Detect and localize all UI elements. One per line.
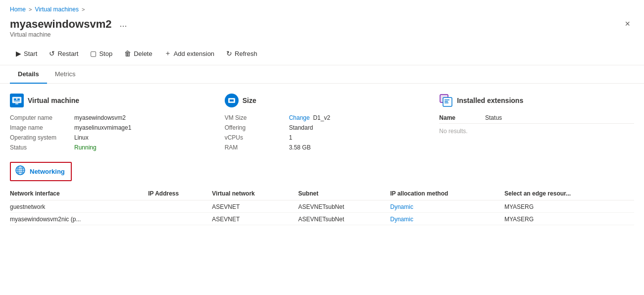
- net-interface-1: myasewindowsvm2nic (p...: [10, 213, 148, 225]
- ellipsis-button[interactable]: ...: [116, 18, 130, 30]
- svg-rect-13: [445, 99, 449, 100]
- vm-computer-name-value: myasewindowsvm2: [74, 114, 126, 121]
- tab-details[interactable]: Details: [10, 65, 47, 84]
- size-icon: [225, 94, 239, 107]
- net-ip-0: [148, 200, 212, 213]
- vm-os-value: Linux: [74, 134, 89, 141]
- start-label: Start: [24, 50, 37, 57]
- stop-icon: ▢: [90, 49, 97, 57]
- extensions-section: Installed extensions Name Status No resu…: [439, 94, 634, 154]
- vm-image-name-row: Image name myaselinuxvmimage1: [10, 124, 205, 131]
- size-offering-value: Standard: [289, 124, 313, 131]
- toolbar: ▶ Start ↺ Restart ▢ Stop 🗑 Delete ＋ Add …: [0, 42, 644, 65]
- size-ram-row: RAM 3.58 GB: [225, 144, 420, 151]
- vm-section-icon: [10, 94, 24, 107]
- size-section-icon: [225, 94, 239, 107]
- size-change-link[interactable]: Change: [289, 114, 310, 121]
- net-allocation-0: Dynamic: [390, 200, 504, 213]
- vm-status-label: Status: [10, 144, 69, 151]
- extensions-svg-icon: [439, 94, 453, 107]
- start-icon: ▶: [16, 49, 21, 57]
- size-section-title: Size: [243, 97, 256, 104]
- breadcrumb-sep1: >: [29, 6, 32, 12]
- svg-rect-1: [12, 97, 21, 103]
- networking-svg-icon: [15, 165, 26, 176]
- net-ip-1: [148, 213, 212, 225]
- vm-os-label: Operating system: [10, 134, 69, 141]
- net-subnet-1: ASEVNETsubNet: [298, 213, 391, 225]
- extensions-icon: [439, 94, 453, 107]
- networking-col-resource: Select an edge resour...: [504, 188, 634, 200]
- svg-rect-9: [230, 99, 234, 101]
- size-vcpus-label: vCPUs: [225, 134, 284, 141]
- size-section-header: Size: [225, 94, 420, 107]
- stop-button[interactable]: ▢ Stop: [84, 47, 118, 60]
- networking-icon: [15, 165, 26, 178]
- vm-section-header: Virtual machine: [10, 94, 205, 107]
- svg-rect-6: [15, 103, 18, 104]
- networking-col-interface: Network interface: [10, 188, 148, 200]
- networking-row: myasewindowsvm2nic (p... ASEVNET ASEVNET…: [10, 213, 634, 225]
- size-vmsize-value: Change D1_v2: [289, 114, 330, 121]
- svg-rect-5: [14, 100, 20, 101]
- size-vmsize-label: VM Size: [225, 114, 284, 121]
- page-title: myasewindowsvm2: [10, 18, 111, 31]
- restart-button[interactable]: ↺ Restart: [43, 47, 84, 60]
- vm-computer-name-row: Computer name myasewindowsvm2: [10, 114, 205, 121]
- tabs-bar: Details Metrics: [0, 65, 644, 84]
- breadcrumb-vms[interactable]: Virtual machines: [35, 6, 79, 13]
- networking-table-header-row: Network interface IP Address Virtual net…: [10, 188, 634, 200]
- networking-header-box[interactable]: Networking: [10, 162, 72, 181]
- networking-col-allocation: IP allocation method: [390, 188, 504, 200]
- svg-rect-12: [443, 98, 452, 106]
- tab-metrics[interactable]: Metrics: [47, 65, 84, 84]
- extensions-no-results: No results.: [439, 128, 634, 135]
- vm-details: Computer name myasewindowsvm2 Image name…: [10, 114, 205, 151]
- net-resource-0: MYASERG: [504, 200, 634, 213]
- restart-label: Restart: [57, 50, 78, 57]
- vm-section-title: Virtual machine: [28, 97, 79, 104]
- delete-icon: 🗑: [124, 49, 131, 57]
- refresh-button[interactable]: ↻ Refresh: [220, 47, 263, 60]
- extensions-table-header: Name Status: [439, 114, 634, 121]
- size-ram-value: 3.58 GB: [289, 144, 311, 151]
- add-extension-label: Add extension: [174, 50, 214, 57]
- net-subnet-0: ASEVNETsubNet: [298, 200, 391, 213]
- vm-status-value: Running: [74, 144, 97, 151]
- size-ram-label: RAM: [225, 144, 284, 151]
- networking-col-ip: IP Address: [148, 188, 212, 200]
- networking-col-subnet: Subnet: [298, 188, 391, 200]
- restart-icon: ↺: [49, 49, 55, 57]
- net-vnet-0: ASEVNET: [212, 200, 298, 213]
- networking-table: Network interface IP Address Virtual net…: [10, 188, 634, 225]
- net-allocation-1: Dynamic: [390, 213, 504, 225]
- vm-image-name-label: Image name: [10, 124, 69, 131]
- networking-row: guestnetwork ASEVNET ASEVNETsubNet Dynam…: [10, 200, 634, 213]
- delete-button[interactable]: 🗑 Delete: [118, 47, 158, 60]
- virtual-machine-section: Virtual machine Computer name myasewindo…: [10, 94, 205, 154]
- refresh-label: Refresh: [235, 50, 257, 57]
- sections-row: Virtual machine Computer name myasewindo…: [10, 94, 634, 154]
- vm-computer-name-label: Computer name: [10, 114, 69, 121]
- add-extension-icon: ＋: [164, 49, 171, 58]
- page-subtitle: Virtual machine: [0, 31, 644, 42]
- net-interface-0: guestnetwork: [10, 200, 148, 213]
- refresh-icon: ↻: [226, 49, 232, 57]
- content-area: Virtual machine Computer name myasewindo…: [0, 84, 644, 235]
- extensions-section-header: Installed extensions: [439, 94, 634, 107]
- size-details: VM Size Change D1_v2 Offering Standard v…: [225, 114, 420, 151]
- header-row: myasewindowsvm2 ... ×: [0, 15, 644, 31]
- breadcrumb-home[interactable]: Home: [10, 6, 26, 13]
- net-vnet-1: ASEVNET: [212, 213, 298, 225]
- size-offering-row: Offering Standard: [225, 124, 420, 131]
- page-container: Home > Virtual machines > myasewindowsvm…: [0, 0, 644, 295]
- breadcrumb: Home > Virtual machines >: [0, 0, 644, 15]
- size-vcpus-value: 1: [289, 134, 293, 141]
- size-vcpus-row: vCPUs 1: [225, 134, 420, 141]
- add-extension-button[interactable]: ＋ Add extension: [158, 46, 220, 61]
- start-button[interactable]: ▶ Start: [10, 47, 43, 60]
- svg-rect-15: [445, 102, 448, 103]
- networking-section: Networking Network interface IP Address …: [10, 162, 634, 225]
- networking-title: Networking: [30, 168, 65, 175]
- close-button[interactable]: ×: [621, 17, 634, 31]
